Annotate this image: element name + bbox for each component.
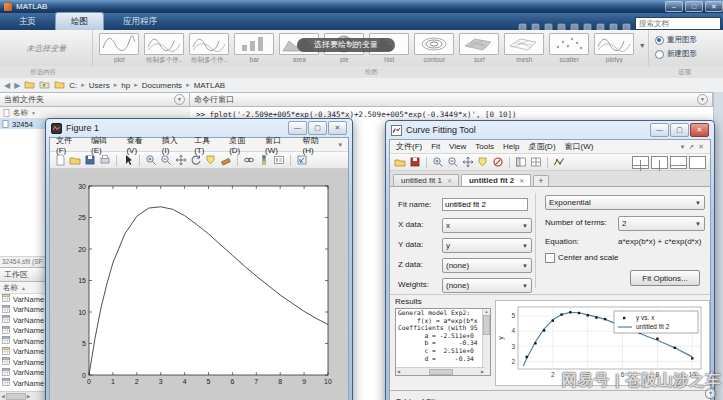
panel-grid-icon[interactable] [530, 156, 542, 168]
menu-overflow-icon[interactable]: ▾ [681, 143, 685, 151]
print-icon[interactable] [99, 154, 111, 166]
open-icon[interactable] [531, 18, 540, 27]
gallery-item-plotyy[interactable]: plotyy [594, 33, 634, 63]
ribbon-tab-应用程序[interactable]: 应用程序 [108, 13, 172, 30]
breadcrumb-segment[interactable]: MATLAB [194, 81, 225, 90]
cursor-icon[interactable] [122, 154, 134, 166]
zoom-out-icon[interactable] [447, 156, 459, 168]
copy-icon[interactable] [557, 18, 566, 27]
layout-vsplit-icon[interactable] [651, 156, 668, 169]
figure-close-button[interactable]: ✕ [328, 121, 347, 135]
center-scale-checkbox[interactable] [545, 253, 555, 263]
fit-tab-untitled-fit-1[interactable]: untitled fit 1✕ [393, 174, 459, 186]
tab-close-icon[interactable]: ✕ [447, 177, 452, 184]
menu----V-[interactable]: 查看(V) [126, 135, 152, 155]
menu----F-[interactable]: 文件(F) [56, 135, 82, 155]
results-box[interactable]: General model Exp2: f(x) = a*exp(b*xCoef… [395, 308, 491, 376]
fit-tab-untitled-fit-2[interactable]: untitled fit 2✕ [461, 174, 531, 186]
results-hscrollbar[interactable]: ◀▶ [396, 367, 485, 375]
open-folder-icon[interactable] [69, 154, 81, 166]
legend-icon[interactable] [273, 154, 285, 166]
data-cursor-icon[interactable] [205, 154, 217, 166]
breadcrumb-segment[interactable]: Users [89, 81, 110, 90]
paste-icon[interactable] [570, 18, 579, 27]
save-fit-icon[interactable] [409, 156, 421, 168]
menu----F-[interactable]: 文件(F) [396, 141, 422, 152]
menu----I-[interactable]: 插入(I) [162, 135, 185, 155]
table-of-fits-bar[interactable]: Table of Fits [390, 390, 710, 400]
undo-icon[interactable] [583, 18, 592, 27]
option-radio-重用图形[interactable]: 重用图形 [655, 35, 723, 45]
zoom-out-icon[interactable] [160, 154, 172, 166]
browse-folder-icon[interactable] [24, 80, 35, 91]
menu-Fit[interactable]: Fit [431, 142, 440, 151]
zoom-in-icon[interactable] [432, 156, 444, 168]
switch-window-icon[interactable] [609, 18, 618, 27]
breadcrumb[interactable]: C:▸Users▸hp▸Documents▸MATLAB [69, 81, 225, 90]
data-cursor-icon[interactable] [477, 156, 489, 168]
cut-icon[interactable] [544, 18, 553, 27]
close-button[interactable]: ✕ [705, 1, 723, 12]
menu-View[interactable]: View [449, 142, 466, 151]
search-input[interactable] [635, 17, 721, 30]
pan-icon[interactable] [175, 154, 187, 166]
save-icon[interactable] [84, 154, 96, 166]
terms-select[interactable]: 2▼ [618, 216, 705, 231]
cft-minimize-button[interactable]: — [650, 123, 669, 137]
gallery-item-plot[interactable]: plot [99, 33, 139, 63]
menu----W-[interactable]: 窗口(W) [265, 135, 294, 155]
gallery-item-surf[interactable]: surf [459, 33, 499, 63]
workspace-scrollbar[interactable]: ◀▶ [0, 391, 46, 400]
cft-maximize-button[interactable]: ▢ [670, 123, 689, 137]
close-panel-icon[interactable]: ✕ [698, 143, 704, 151]
auto-fit-icon[interactable] [553, 156, 565, 168]
breadcrumb-segment[interactable]: C: [69, 81, 77, 90]
cft-close-button[interactable]: ✕ [690, 123, 709, 137]
menu----D-[interactable]: 桌面(D) [528, 141, 555, 152]
layout-hsplit-icon[interactable] [670, 156, 687, 169]
fit-name-input[interactable] [442, 198, 528, 211]
zoom-in-icon[interactable] [145, 154, 157, 166]
menu----H-[interactable]: 帮助(H) [303, 135, 330, 155]
menu-Help[interactable]: Help [503, 142, 519, 151]
gallery-item-contour[interactable]: contour [414, 33, 454, 63]
back-icon[interactable]: ◀ [4, 81, 10, 90]
figure-minimize-button[interactable]: — [288, 121, 307, 135]
fit-options-button[interactable]: Fit Options... [630, 270, 700, 286]
new-script-icon[interactable] [518, 18, 527, 27]
tab-close-icon[interactable]: ✕ [519, 177, 524, 184]
exclude-icon[interactable] [492, 156, 504, 168]
y-data-select[interactable]: y▼ [442, 238, 532, 253]
figure-axes[interactable]: 012345678910051015202530 [50, 169, 342, 400]
help-icon[interactable] [622, 18, 631, 27]
option-radio-新建图形[interactable]: 新建图形 [655, 49, 723, 59]
panel-left-icon[interactable] [515, 156, 527, 168]
forward-icon[interactable]: ▶ [14, 81, 20, 90]
brush-icon[interactable] [220, 154, 232, 166]
gallery-item--------[interactable]: 绘制多个序.. [189, 33, 229, 65]
ribbon-tab-绘图[interactable]: 绘图 [55, 12, 104, 30]
model-type-select[interactable]: Exponential▼ [545, 195, 705, 210]
new-fit-tab-button[interactable]: + [533, 175, 548, 186]
menu----T-[interactable]: 工具(T) [194, 135, 220, 155]
gallery-item-scatter[interactable]: scatter [549, 33, 589, 63]
panel-menu-icon[interactable]: ▼ [174, 94, 185, 105]
cft-titlebar[interactable]: Curve Fitting Tool — ▢ ✕ [389, 121, 711, 139]
gallery-item-bar[interactable]: bar [234, 33, 274, 63]
figure-maximize-button[interactable]: ▢ [308, 121, 327, 135]
menu----E-[interactable]: 编辑(E) [91, 135, 117, 155]
cmd-panel-menu-icon[interactable]: ▼ [697, 94, 708, 105]
menu----W-[interactable]: 窗口(W) [565, 141, 594, 152]
menu----D-[interactable]: 桌面(D) [229, 135, 256, 155]
results-vscrollbar[interactable]: ▲ [482, 309, 490, 375]
open-folder-icon[interactable] [394, 156, 406, 168]
dock-icon[interactable] [296, 154, 308, 166]
x-data-select[interactable]: x▼ [442, 218, 532, 233]
ribbon-tab-主页[interactable]: 主页 [4, 13, 51, 30]
layout-single-icon[interactable] [689, 156, 706, 169]
gallery-item--------[interactable]: 绘制多个序.. [144, 33, 184, 65]
up-folder-icon[interactable] [39, 80, 50, 91]
redo-icon[interactable] [596, 18, 605, 27]
breadcrumb-segment[interactable]: Documents [142, 81, 182, 90]
pan-icon[interactable] [462, 156, 474, 168]
